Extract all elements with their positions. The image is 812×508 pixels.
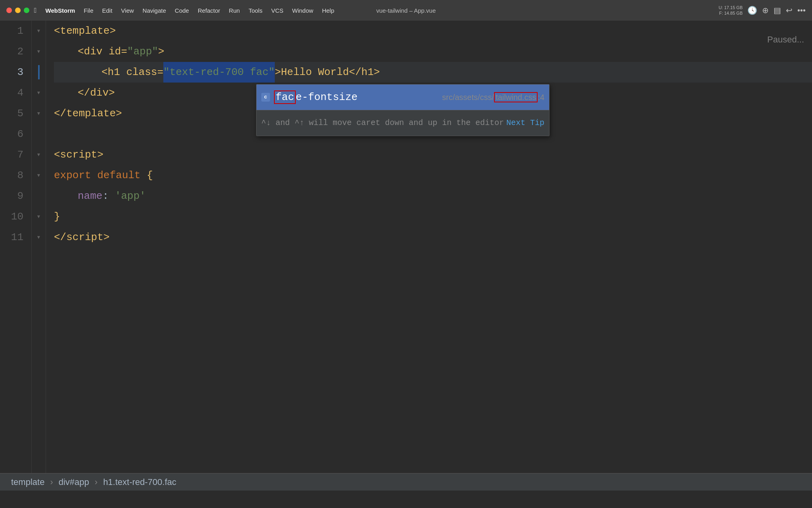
back-icon: ↩	[786, 6, 793, 15]
memory-free: F: 14.85 GB	[719, 10, 743, 16]
gutter-line-3	[32, 62, 46, 83]
next-tip-button[interactable]: Next Tip	[506, 113, 544, 133]
line-num-1: 1	[8, 21, 23, 41]
suggestion-highlight: fac	[274, 90, 296, 104]
more-icon: •••	[797, 6, 806, 15]
keyword-export: export default	[54, 165, 147, 186]
code-line-8: export default {	[54, 165, 812, 186]
autocomplete-item[interactable]: c face-fontsize src/assets/css/tailwind.…	[257, 85, 549, 110]
menu-tools[interactable]: Tools	[245, 6, 266, 15]
editor-content[interactable]: 1 2 3 4 5 6 7 8 9 10 11 ▾ ▾ ▾ ▾ ▾ ▾ ▾ ▾	[0, 21, 812, 473]
breadcrumb-h1[interactable]: h1.text-red-700.fac	[100, 473, 180, 491]
system-info: U: 17.15 GB F: 14.85 GB	[718, 5, 743, 16]
line-num-7: 7	[8, 144, 23, 165]
string-app: 'app'	[115, 186, 146, 206]
menu-navigate[interactable]: Navigate	[139, 6, 170, 15]
brace-close: }	[54, 206, 60, 227]
code-line-2: <div id="app">	[54, 41, 812, 62]
tag-h1-open: <h1 class=	[102, 62, 163, 83]
titlebar-right: U: 17.15 GB F: 14.85 GB 🕓 ⊕ ▤ ↩ •••	[718, 5, 806, 16]
gutter-line-6	[32, 124, 46, 144]
tag-div-close-bracket: >	[158, 41, 165, 62]
brace-open: {	[147, 165, 153, 186]
fold-marker-11[interactable]: ▾	[32, 227, 46, 248]
line-num-4: 4	[8, 83, 23, 103]
breadcrumb-chevron-2: ›	[95, 477, 98, 487]
fold-marker-8[interactable]: ▾	[32, 165, 46, 186]
fold-marker-2[interactable]: ▾	[32, 41, 46, 62]
tag-script-close: </script>	[54, 227, 109, 248]
menu-refactor[interactable]: Refactor	[194, 6, 224, 15]
tag-div-open: <div id=	[78, 41, 127, 62]
line-num-6: 6	[8, 124, 23, 144]
cursor-bar	[38, 65, 40, 79]
menu-webstorm[interactable]: WebStorm	[42, 6, 79, 15]
fold-marker-1[interactable]: ▾	[32, 21, 46, 41]
code-line-1: <template>	[54, 21, 812, 41]
memory-used: U: 17.15 GB	[718, 5, 743, 10]
menu-window[interactable]: Window	[288, 6, 317, 15]
time-icon: 🕓	[747, 6, 757, 15]
suggestion-remainder: e-fontsize	[296, 91, 358, 103]
menu-edit[interactable]: Edit	[98, 6, 116, 15]
line-num-11: 11	[8, 227, 23, 248]
menu-run[interactable]: Run	[225, 6, 244, 15]
attr-app: "app"	[127, 41, 158, 62]
breadcrumb-chevron-1: ›	[50, 477, 53, 487]
menu-vcs[interactable]: VCS	[267, 6, 287, 15]
code-line-10: }	[54, 206, 812, 227]
minimize-button[interactable]	[15, 8, 21, 13]
source-line: :4	[538, 93, 544, 102]
line-num-2: 2	[8, 41, 23, 62]
tooltip-text: ^↓ and ^↑ will move caret down and up in…	[261, 113, 504, 133]
share-icon: ⊕	[762, 6, 769, 15]
code-line-3: <h1 class="text-red-700 fac">Hello World…	[54, 62, 812, 83]
paused-indicator: Paused...	[767, 29, 804, 50]
control-center-icon: ▤	[774, 6, 781, 15]
autocomplete-type-icon: c	[261, 93, 270, 102]
maximize-button[interactable]	[24, 8, 29, 13]
tag-template-close: </template>	[54, 103, 122, 124]
line-num-5: 5	[8, 103, 23, 124]
prop-name: name	[78, 186, 102, 206]
line-num-10: 10	[8, 206, 23, 227]
tag-h1-content: >Hello World</h1>	[275, 62, 380, 83]
fold-marker-5[interactable]: ▾	[32, 103, 46, 124]
colon: :	[102, 186, 115, 206]
editor-container: 1 2 3 4 5 6 7 8 9 10 11 ▾ ▾ ▾ ▾ ▾ ▾ ▾ ▾	[0, 21, 812, 491]
gutter: ▾ ▾ ▾ ▾ ▾ ▾ ▾ ▾	[32, 21, 46, 473]
close-button[interactable]	[6, 8, 12, 13]
titlebar:  WebStorm File Edit View Navigate Code …	[0, 0, 812, 21]
tag-template-open: <template>	[54, 21, 116, 41]
menu-file[interactable]: File	[80, 6, 97, 15]
menu-help[interactable]: Help	[318, 6, 338, 15]
menu-code[interactable]: Code	[171, 6, 193, 15]
fold-marker-10[interactable]: ▾	[32, 206, 46, 227]
line-numbers: 1 2 3 4 5 6 7 8 9 10 11	[0, 21, 32, 473]
fold-marker-4[interactable]: ▾	[32, 83, 46, 103]
breadcrumb-template[interactable]: template	[8, 473, 48, 491]
menu-view[interactable]: View	[117, 6, 138, 15]
source-file-highlight: tailwind.css	[494, 92, 538, 102]
code-area[interactable]: <template> <div id="app"> <h1 class="tex…	[46, 21, 812, 473]
breadcrumb-divapp[interactable]: div#app	[56, 473, 92, 491]
menu-bar: WebStorm File Edit View Navigate Code Re…	[42, 6, 338, 15]
file-title: vue-tailwind – App.vue	[376, 7, 436, 14]
autocomplete-popup[interactable]: c face-fontsize src/assets/css/tailwind.…	[256, 84, 550, 136]
code-line-7: <script>	[54, 144, 812, 165]
gutter-line-9	[32, 186, 46, 206]
breadcrumb-template-label: template	[11, 477, 44, 487]
breadcrumb-divapp-label: div#app	[59, 477, 89, 487]
traffic-lights	[6, 8, 29, 13]
line-num-9: 9	[8, 186, 23, 206]
code-line-9: name: 'app'	[54, 186, 812, 206]
breadcrumb-h1-label: h1.text-red-700.fac	[103, 477, 176, 487]
statusbar: template › div#app › h1.text-red-700.fac	[0, 473, 812, 491]
autocomplete-tooltip: ^↓ and ^↑ will move caret down and up in…	[257, 110, 549, 136]
line-num-8: 8	[8, 165, 23, 186]
autocomplete-suggestion: face-fontsize	[274, 87, 358, 108]
source-path: src/assets/css/	[442, 93, 494, 102]
attr-class-value: "text-red-700 fac"	[163, 62, 275, 83]
tag-script-open: <script>	[54, 144, 103, 165]
fold-marker-7[interactable]: ▾	[32, 144, 46, 165]
